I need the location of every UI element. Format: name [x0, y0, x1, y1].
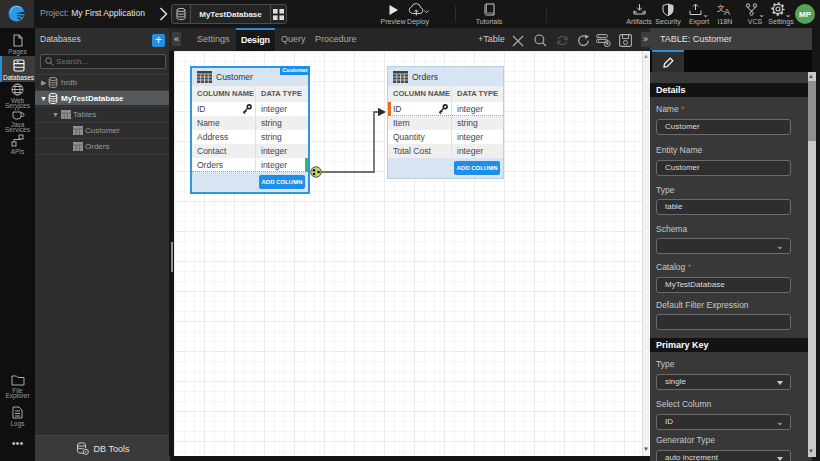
svg-text:A: A: [724, 7, 730, 16]
